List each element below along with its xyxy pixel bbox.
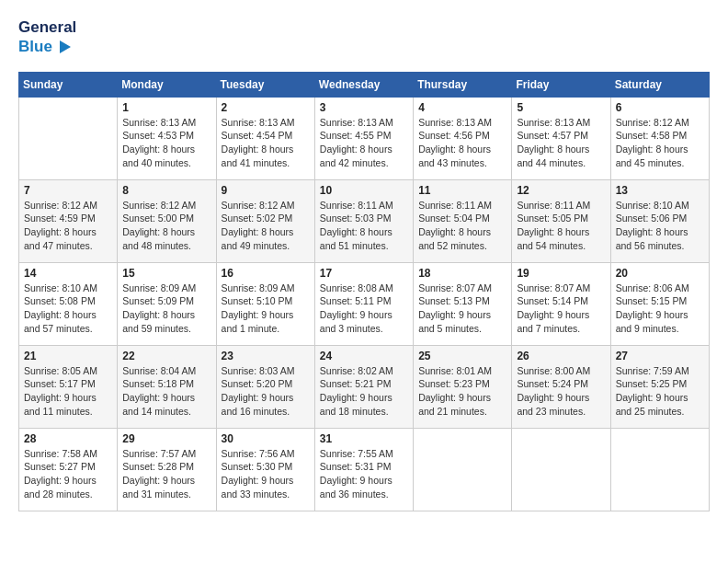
- day-info: Sunrise: 8:06 AMSunset: 5:15 PMDaylight:…: [616, 282, 704, 336]
- logo-line2: Blue: [18, 37, 76, 57]
- weekday-header-sunday: Sunday: [19, 72, 118, 97]
- logo-arrow-icon: [54, 37, 74, 57]
- day-info: Sunrise: 7:59 AMSunset: 5:25 PMDaylight:…: [616, 364, 704, 419]
- calendar-cell: [610, 428, 709, 511]
- calendar-cell: 8 Sunrise: 8:12 AMSunset: 5:00 PMDayligh…: [118, 179, 216, 262]
- day-number: 18: [418, 267, 506, 280]
- calendar-cell: 25 Sunrise: 8:01 AMSunset: 5:23 PMDaylig…: [414, 345, 512, 428]
- day-info: Sunrise: 7:58 AMSunset: 5:27 PMDaylight:…: [24, 447, 112, 501]
- calendar-cell: 19 Sunrise: 8:07 AMSunset: 5:14 PMDaylig…: [512, 262, 610, 345]
- day-info: Sunrise: 8:10 AMSunset: 5:06 PMDaylight:…: [616, 199, 704, 253]
- day-info: Sunrise: 8:13 AMSunset: 4:57 PMDaylight:…: [517, 116, 605, 170]
- day-info: Sunrise: 8:13 AMSunset: 4:53 PMDaylight:…: [122, 116, 210, 170]
- day-number: 3: [320, 101, 408, 114]
- day-info: Sunrise: 8:05 AMSunset: 5:17 PMDaylight:…: [24, 364, 112, 419]
- day-number: 7: [24, 184, 112, 197]
- day-number: 8: [122, 184, 210, 197]
- day-info: Sunrise: 8:04 AMSunset: 5:18 PMDaylight:…: [122, 364, 210, 419]
- day-info: Sunrise: 8:03 AMSunset: 5:20 PMDaylight:…: [222, 364, 310, 419]
- day-number: 4: [418, 101, 506, 114]
- calendar-cell: 2 Sunrise: 8:13 AMSunset: 4:54 PMDayligh…: [216, 97, 314, 179]
- day-info: Sunrise: 8:12 AMSunset: 4:58 PMDaylight:…: [616, 116, 704, 170]
- day-number: 11: [418, 184, 506, 197]
- day-info: Sunrise: 8:11 AMSunset: 5:04 PMDaylight:…: [418, 199, 506, 253]
- day-number: 29: [122, 432, 210, 445]
- day-info: Sunrise: 8:09 AMSunset: 5:09 PMDaylight:…: [122, 282, 210, 336]
- calendar-cell: 29 Sunrise: 7:57 AMSunset: 5:28 PMDaylig…: [118, 428, 216, 511]
- day-info: Sunrise: 8:09 AMSunset: 5:10 PMDaylight:…: [222, 282, 310, 336]
- day-number: 12: [517, 184, 605, 197]
- day-info: Sunrise: 8:12 AMSunset: 5:00 PMDaylight:…: [122, 199, 210, 253]
- day-info: Sunrise: 8:10 AMSunset: 5:08 PMDaylight:…: [24, 282, 112, 336]
- calendar-cell: 4 Sunrise: 8:13 AMSunset: 4:56 PMDayligh…: [414, 97, 512, 179]
- calendar-cell: 3 Sunrise: 8:13 AMSunset: 4:55 PMDayligh…: [314, 97, 413, 179]
- logo: General Blue: [18, 18, 76, 57]
- day-info: Sunrise: 8:13 AMSunset: 4:55 PMDaylight:…: [320, 116, 408, 170]
- day-number: 21: [24, 350, 112, 362]
- day-info: Sunrise: 8:07 AMSunset: 5:14 PMDaylight:…: [517, 282, 605, 336]
- day-number: 30: [222, 432, 310, 445]
- day-number: 19: [517, 267, 605, 280]
- calendar-cell: 6 Sunrise: 8:12 AMSunset: 4:58 PMDayligh…: [610, 97, 709, 179]
- calendar-cell: [512, 428, 610, 511]
- day-info: Sunrise: 8:07 AMSunset: 5:13 PMDaylight:…: [418, 282, 506, 336]
- calendar-cell: 18 Sunrise: 8:07 AMSunset: 5:13 PMDaylig…: [414, 262, 512, 345]
- day-number: 16: [222, 267, 310, 280]
- calendar-cell: 17 Sunrise: 8:08 AMSunset: 5:11 PMDaylig…: [314, 262, 413, 345]
- day-number: 17: [320, 267, 408, 280]
- day-number: 28: [24, 432, 112, 445]
- day-number: 26: [517, 350, 605, 362]
- day-info: Sunrise: 8:13 AMSunset: 4:54 PMDaylight:…: [222, 116, 310, 170]
- day-number: 13: [616, 184, 704, 197]
- calendar-cell: 27 Sunrise: 7:59 AMSunset: 5:25 PMDaylig…: [610, 345, 709, 428]
- day-number: 9: [222, 184, 310, 197]
- day-number: 2: [222, 101, 310, 114]
- day-info: Sunrise: 8:13 AMSunset: 4:56 PMDaylight:…: [418, 116, 506, 170]
- day-info: Sunrise: 8:11 AMSunset: 5:05 PMDaylight:…: [517, 199, 605, 253]
- calendar-cell: 7 Sunrise: 8:12 AMSunset: 4:59 PMDayligh…: [19, 179, 118, 262]
- calendar-cell: 30 Sunrise: 7:56 AMSunset: 5:30 PMDaylig…: [216, 428, 314, 511]
- calendar-cell: [19, 97, 118, 179]
- calendar-cell: 16 Sunrise: 8:09 AMSunset: 5:10 PMDaylig…: [216, 262, 314, 345]
- logo-line1: General: [18, 18, 76, 37]
- weekday-header-saturday: Saturday: [610, 72, 709, 97]
- day-number: 10: [320, 184, 408, 197]
- day-number: 1: [122, 101, 210, 114]
- day-number: 24: [320, 350, 408, 362]
- page-header: General Blue: [18, 18, 710, 57]
- calendar-cell: 15 Sunrise: 8:09 AMSunset: 5:09 PMDaylig…: [118, 262, 216, 345]
- day-info: Sunrise: 8:00 AMSunset: 5:24 PMDaylight:…: [517, 364, 605, 419]
- calendar-cell: 11 Sunrise: 8:11 AMSunset: 5:04 PMDaylig…: [414, 179, 512, 262]
- weekday-header-wednesday: Wednesday: [314, 72, 413, 97]
- day-number: 6: [616, 101, 704, 114]
- calendar-cell: 12 Sunrise: 8:11 AMSunset: 5:05 PMDaylig…: [512, 179, 610, 262]
- day-number: 5: [517, 101, 605, 114]
- day-info: Sunrise: 8:11 AMSunset: 5:03 PMDaylight:…: [320, 199, 408, 253]
- day-info: Sunrise: 7:57 AMSunset: 5:28 PMDaylight:…: [122, 447, 210, 501]
- calendar-cell: 5 Sunrise: 8:13 AMSunset: 4:57 PMDayligh…: [512, 97, 610, 179]
- svg-marker-0: [60, 40, 71, 53]
- weekday-header-thursday: Thursday: [414, 72, 512, 97]
- calendar-cell: 24 Sunrise: 8:02 AMSunset: 5:21 PMDaylig…: [314, 345, 413, 428]
- calendar-cell: 31 Sunrise: 7:55 AMSunset: 5:31 PMDaylig…: [314, 428, 413, 511]
- day-number: 25: [418, 350, 506, 362]
- day-info: Sunrise: 8:08 AMSunset: 5:11 PMDaylight:…: [320, 282, 408, 336]
- day-number: 23: [222, 350, 310, 362]
- day-number: 20: [616, 267, 704, 280]
- calendar-cell: 9 Sunrise: 8:12 AMSunset: 5:02 PMDayligh…: [216, 179, 314, 262]
- day-info: Sunrise: 8:02 AMSunset: 5:21 PMDaylight:…: [320, 364, 408, 419]
- calendar-cell: 28 Sunrise: 7:58 AMSunset: 5:27 PMDaylig…: [19, 428, 118, 511]
- calendar-cell: 26 Sunrise: 8:00 AMSunset: 5:24 PMDaylig…: [512, 345, 610, 428]
- weekday-header-monday: Monday: [118, 72, 216, 97]
- day-number: 14: [24, 267, 112, 280]
- logo-text: General Blue: [18, 18, 76, 57]
- calendar-cell: 20 Sunrise: 8:06 AMSunset: 5:15 PMDaylig…: [610, 262, 709, 345]
- day-info: Sunrise: 8:12 AMSunset: 4:59 PMDaylight:…: [24, 199, 112, 253]
- calendar-cell: 22 Sunrise: 8:04 AMSunset: 5:18 PMDaylig…: [118, 345, 216, 428]
- day-info: Sunrise: 8:01 AMSunset: 5:23 PMDaylight:…: [418, 364, 506, 419]
- calendar-cell: 10 Sunrise: 8:11 AMSunset: 5:03 PMDaylig…: [314, 179, 413, 262]
- calendar-cell: 23 Sunrise: 8:03 AMSunset: 5:20 PMDaylig…: [216, 345, 314, 428]
- day-number: 15: [122, 267, 210, 280]
- calendar-cell: 14 Sunrise: 8:10 AMSunset: 5:08 PMDaylig…: [19, 262, 118, 345]
- calendar-cell: 21 Sunrise: 8:05 AMSunset: 5:17 PMDaylig…: [19, 345, 118, 428]
